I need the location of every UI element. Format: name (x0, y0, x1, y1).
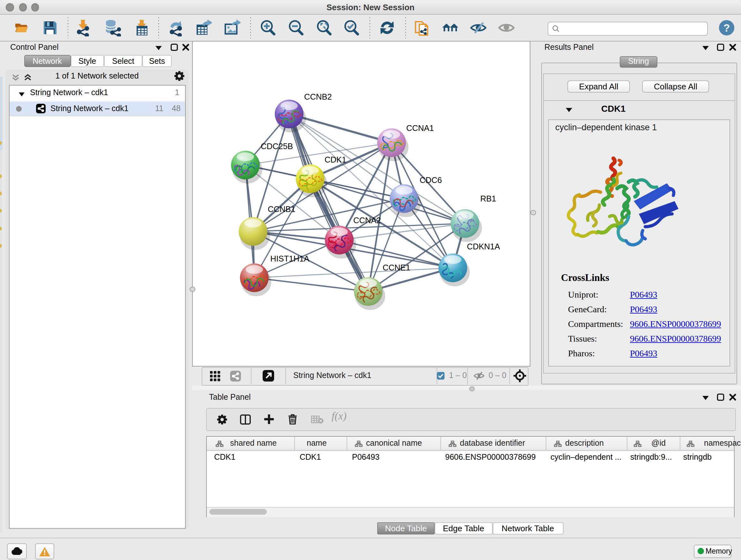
svg-text:CCNE1: CCNE1 (382, 263, 410, 272)
svg-text:CDK1: CDK1 (324, 155, 346, 164)
svg-text:CCNA1: CCNA1 (406, 124, 434, 132)
svg-text:CDKN1A: CDKN1A (467, 242, 500, 251)
svg-text:CDC6: CDC6 (419, 176, 442, 185)
svg-text:HIST1H1A: HIST1H1A (270, 254, 309, 263)
svg-text:CCNA2: CCNA2 (353, 216, 381, 225)
svg-text:RB1: RB1 (480, 194, 496, 203)
svg-text:CDC25B: CDC25B (260, 142, 293, 151)
svg-text:CCNB2: CCNB2 (304, 92, 332, 101)
svg-text:?: ? (724, 22, 730, 34)
svg-text:CCNB1: CCNB1 (267, 205, 295, 213)
